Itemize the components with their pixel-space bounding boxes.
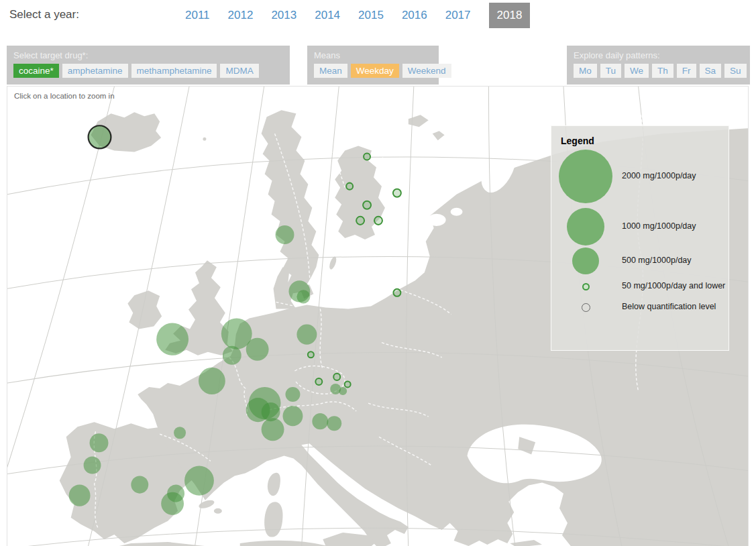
city-bubble[interactable]: [184, 466, 214, 495]
means-panel-label: Means: [314, 50, 432, 60]
city-bubble[interactable]: [327, 416, 341, 431]
year-2012[interactable]: 2012: [228, 9, 254, 22]
city-bubble[interactable]: [285, 387, 300, 402]
fr-button[interactable]: Fr: [677, 64, 696, 78]
city-bubble[interactable]: [174, 427, 186, 439]
days-panel-label: Explore daily patterns:: [574, 50, 743, 60]
days-panel: Explore daily patterns: MoTuWeThFrSaSu: [567, 46, 750, 85]
year-nav: 20112012201320142015201620172018: [185, 0, 530, 31]
drug-buttons: cocaine*amphetaminemethamphetamineMDMA: [13, 64, 283, 78]
city-bubble[interactable]: [364, 153, 370, 160]
year-selector-label: Select a year:: [9, 8, 79, 21]
city-bubble[interactable]: [345, 381, 351, 387]
tu-button[interactable]: Tu: [600, 64, 621, 78]
city-bubble[interactable]: [90, 433, 109, 452]
city-bubble[interactable]: [131, 476, 148, 494]
year-bar: Select a year: 2011201220132014201520162…: [0, 0, 756, 34]
city-bubble[interactable]: [199, 368, 225, 394]
city-bubble[interactable]: [89, 125, 111, 148]
legend-items: 2000 mg/1000p/day1000 mg/1000p/day500 mg…: [551, 126, 728, 350]
legend-circle-filled: [567, 208, 604, 245]
city-bubble[interactable]: [262, 418, 284, 441]
methamphetamine-button[interactable]: methamphetamine: [131, 64, 217, 78]
city-bubble[interactable]: [393, 289, 400, 296]
legend-label: 1000 mg/1000p/day: [622, 221, 696, 231]
map-container[interactable]: Click on a location to zoom in: [7, 86, 749, 546]
means-buttons: MeanWeekdayWeekend: [314, 64, 432, 78]
th-button[interactable]: Th: [652, 64, 673, 78]
map-legend: Legend 2000 mg/1000p/day1000 mg/1000p/da…: [551, 125, 729, 351]
cocaine--button[interactable]: cocaine*: [13, 64, 59, 78]
map-hint: Click on a location to zoom in: [14, 92, 115, 100]
city-bubble[interactable]: [69, 485, 91, 506]
we-button[interactable]: We: [625, 64, 649, 78]
mean-button[interactable]: Mean: [314, 64, 347, 78]
city-bubble[interactable]: [246, 338, 269, 361]
city-bubble[interactable]: [308, 351, 314, 358]
legend-label: 500 mg/1000p/day: [622, 256, 692, 265]
year-2015[interactable]: 2015: [358, 9, 384, 22]
city-bubble[interactable]: [339, 387, 347, 395]
drug-panel: Select target drug*: cocaine*amphetamine…: [7, 46, 290, 85]
city-bubble[interactable]: [363, 201, 371, 209]
city-bubble[interactable]: [393, 189, 401, 197]
city-bubble[interactable]: [346, 183, 353, 190]
legend-circle-filled: [559, 150, 612, 203]
city-bubble[interactable]: [333, 374, 340, 380]
mdma-button[interactable]: MDMA: [220, 64, 258, 78]
year-2016[interactable]: 2016: [402, 9, 427, 22]
year-2013[interactable]: 2013: [271, 9, 296, 22]
legend-label: 2000 mg/1000p/day: [622, 171, 696, 180]
city-bubble[interactable]: [356, 217, 364, 225]
weekday-button[interactable]: Weekday: [351, 64, 399, 78]
legend-circle-filled: [572, 248, 599, 274]
city-bubble[interactable]: [223, 346, 241, 365]
su-button[interactable]: Su: [724, 64, 747, 78]
city-bubble[interactable]: [374, 217, 382, 225]
city-bubble[interactable]: [161, 492, 184, 515]
year-2011[interactable]: 2011: [185, 9, 210, 22]
mo-button[interactable]: Mo: [574, 64, 597, 78]
amphetamine-button[interactable]: amphetamine: [62, 64, 128, 78]
year-2018[interactable]: 2018: [489, 3, 531, 28]
year-2014[interactable]: 2014: [315, 9, 340, 22]
year-2017[interactable]: 2017: [445, 9, 471, 22]
city-bubble[interactable]: [84, 456, 101, 474]
legend-label: Below quantification level: [622, 302, 716, 311]
city-bubble[interactable]: [296, 290, 310, 303]
city-bubble[interactable]: [315, 378, 322, 385]
city-bubble[interactable]: [283, 406, 303, 426]
weekend-button[interactable]: Weekend: [402, 64, 451, 78]
drug-panel-label: Select target drug*:: [13, 50, 283, 60]
legend-label: 50 mg/1000p/day and lower: [622, 281, 725, 290]
city-bubble[interactable]: [296, 325, 317, 345]
city-bubble[interactable]: [312, 413, 328, 429]
legend-circle-hollow: [582, 303, 590, 312]
sa-button[interactable]: Sa: [700, 64, 722, 78]
city-bubble[interactable]: [156, 323, 188, 356]
legend-circle-ring: [582, 283, 590, 290]
means-panel: Means MeanWeekdayWeekend: [307, 46, 439, 85]
day-buttons: MoTuWeThFrSaSu: [574, 64, 743, 78]
city-bubble[interactable]: [276, 225, 294, 244]
